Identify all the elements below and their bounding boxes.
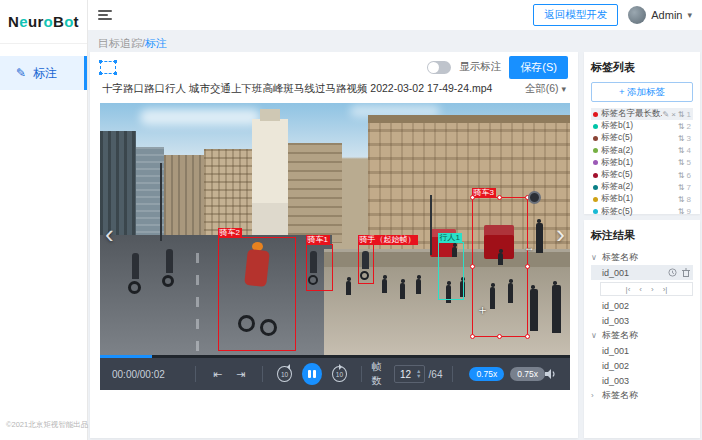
bbox-label: 行人1 <box>438 233 462 243</box>
avatar <box>628 6 646 24</box>
result-item[interactable]: id_002 <box>591 358 693 373</box>
pager-next-icon[interactable]: › <box>651 285 654 294</box>
label-row[interactable]: 标签名字最长数... ✎ × ⇅ 1 <box>591 108 693 120</box>
label-color-dot <box>593 112 598 117</box>
speed-active-pill[interactable]: 0.75x <box>469 367 504 381</box>
prev-frame-icon[interactable]: ⇤ <box>213 368 222 381</box>
top-bar: 返回模型开发 Admin ▾ <box>88 0 702 30</box>
result-item[interactable]: id_001 <box>591 343 693 358</box>
breadcrumb-parent[interactable]: 目标追踪 <box>98 37 142 49</box>
pause-button[interactable] <box>302 363 322 385</box>
rewind-10-icon[interactable]: 10 <box>277 366 292 382</box>
frame-stepper[interactable]: ▲▼ <box>416 369 421 379</box>
logo-letter: u <box>28 13 37 30</box>
save-button[interactable]: 保存(S) <box>509 56 568 79</box>
resize-handle[interactable] <box>470 264 475 269</box>
frame-total-label: /64 <box>429 369 443 380</box>
user-menu[interactable]: Admin ▾ <box>628 6 692 24</box>
speed-inactive-pill[interactable]: 0.75x <box>510 367 545 381</box>
annotation-result-panel: 标注结果 ∨ 标签名称 id_001 |‹ ‹ › ›| id_002 id_0… <box>584 220 700 438</box>
result-group-header[interactable]: ∨ 标签名称 <box>591 250 693 265</box>
label-color-dot <box>593 173 598 178</box>
sort-icon[interactable]: ⇅ <box>678 122 685 131</box>
sort-icon[interactable]: ⇅ <box>678 146 685 155</box>
video-frame[interactable]: 骑车2 骑车1 骑手（起始帧） 行人1 骑车3 <box>100 103 570 355</box>
video-player: 骑车2 骑车1 骑手（起始帧） 行人1 骑车3 <box>100 103 570 390</box>
bbox-label: 骑车2 <box>218 228 242 238</box>
shortcut-key: 1 <box>687 110 691 119</box>
resize-handle[interactable] <box>525 334 530 339</box>
label-color-dot <box>593 209 598 214</box>
breadcrumb-current: 标注 <box>145 37 167 49</box>
back-to-model-dev-button[interactable]: 返回模型开发 <box>533 4 618 26</box>
username: Admin <box>651 9 682 21</box>
sort-icon[interactable]: ⇅ <box>678 171 685 180</box>
next-video-arrow[interactable]: › <box>556 221 565 247</box>
label-row[interactable]: 标签b(1) ⇅5 <box>591 157 693 169</box>
next-frame-icon[interactable]: ⇥ <box>236 368 245 381</box>
bbox-pedestrian1[interactable]: 行人1 <box>438 242 464 300</box>
result-item[interactable]: id_003 <box>591 373 693 388</box>
result-group-header[interactable]: ∨ 标签名称 <box>591 328 693 343</box>
label-row[interactable]: 标签c(5) ⇅6 <box>591 169 693 181</box>
result-group-header-collapsed[interactable]: › 标签名称 <box>591 388 693 403</box>
show-annotation-label: 显示标注 <box>459 60 501 74</box>
app-logo: NeuroBot <box>0 0 87 44</box>
trash-icon[interactable] <box>682 268 690 277</box>
label-row[interactable]: 标签a(2) ⇅4 <box>591 145 693 157</box>
result-item[interactable]: id_003 <box>591 313 693 328</box>
logo-letter: e <box>19 13 28 30</box>
shortcut-key: 9 <box>687 207 691 216</box>
frame-number-input[interactable]: 12 ▲▼ <box>394 365 425 383</box>
label-row[interactable]: 标签c(5) ⇅3 <box>591 132 693 144</box>
annotation-workspace: 显示标注 保存(S) 十字路口路口行人 城市交通上下班高峰斑马线过马路视频 20… <box>90 52 578 438</box>
resize-handle[interactable] <box>497 195 502 200</box>
bbox-rider2[interactable]: 骑车2 <box>218 237 296 351</box>
show-annotation-toggle[interactable] <box>427 61 451 74</box>
add-label-button[interactable]: + 添加标签 <box>591 82 693 102</box>
rect-select-tool-icon[interactable] <box>100 61 116 74</box>
pager-last-icon[interactable]: ›| <box>663 285 668 294</box>
label-row[interactable]: 标签c(5) ⇅9 <box>591 206 693 218</box>
logo-letter: N <box>8 13 19 30</box>
label-row[interactable]: 标签b(1) ⇅2 <box>591 120 693 132</box>
resize-handle[interactable] <box>497 334 502 339</box>
result-item[interactable]: id_002 <box>591 298 693 313</box>
logo-letter: t <box>74 13 79 30</box>
label-color-dot <box>593 136 598 141</box>
frame-pager: |‹ ‹ › ›| <box>600 282 693 296</box>
filter-dropdown[interactable]: 全部(6) ▾ <box>525 82 566 96</box>
bbox-rider-startframe[interactable]: 骑手（起始帧） <box>358 244 374 284</box>
resize-handle[interactable] <box>470 195 475 200</box>
prev-video-arrow[interactable]: ‹ <box>105 221 114 247</box>
sidebar-item-annotate[interactable]: ✎ 标注 <box>0 56 87 90</box>
delete-icon[interactable]: × <box>671 110 676 119</box>
pager-prev-icon[interactable]: ‹ <box>639 285 642 294</box>
sort-icon[interactable]: ⇅ <box>678 207 685 216</box>
frame-count-label: 帧数 <box>372 360 390 388</box>
forward-10-icon[interactable]: 10 <box>332 366 347 382</box>
bbox-rider1[interactable]: 骑车1 <box>306 244 333 291</box>
label-row[interactable]: 标签a(2) ⇅7 <box>591 181 693 193</box>
chevron-down-icon: ∨ <box>591 253 598 262</box>
chevron-down-icon: ∨ <box>591 331 598 340</box>
logo-letter: o <box>44 13 53 30</box>
box-action-icon[interactable] <box>528 191 541 204</box>
label-row[interactable]: 标签b(1) ⇅8 <box>591 193 693 205</box>
sort-icon[interactable]: ⇅ <box>678 110 685 119</box>
label-color-dot <box>593 197 598 202</box>
result-item-selected[interactable]: id_001 <box>591 265 693 280</box>
resize-handle[interactable] <box>525 264 530 269</box>
resize-handle[interactable] <box>470 334 475 339</box>
collapse-menu-icon[interactable] <box>98 10 112 20</box>
sort-icon[interactable]: ⇅ <box>678 134 685 143</box>
sort-icon[interactable]: ⇅ <box>678 195 685 204</box>
bbox-label: 骑车3 <box>472 188 496 198</box>
sort-icon[interactable]: ⇅ <box>678 158 685 167</box>
speaker-icon[interactable] <box>545 368 558 380</box>
edit-icon[interactable]: ✎ <box>662 110 669 119</box>
locate-frame-icon[interactable] <box>668 268 677 277</box>
sidebar: NeuroBot ✎ 标注 ©2021北京矩视智能出品 <box>0 0 88 440</box>
pager-first-icon[interactable]: |‹ <box>626 285 631 294</box>
sort-icon[interactable]: ⇅ <box>678 183 685 192</box>
